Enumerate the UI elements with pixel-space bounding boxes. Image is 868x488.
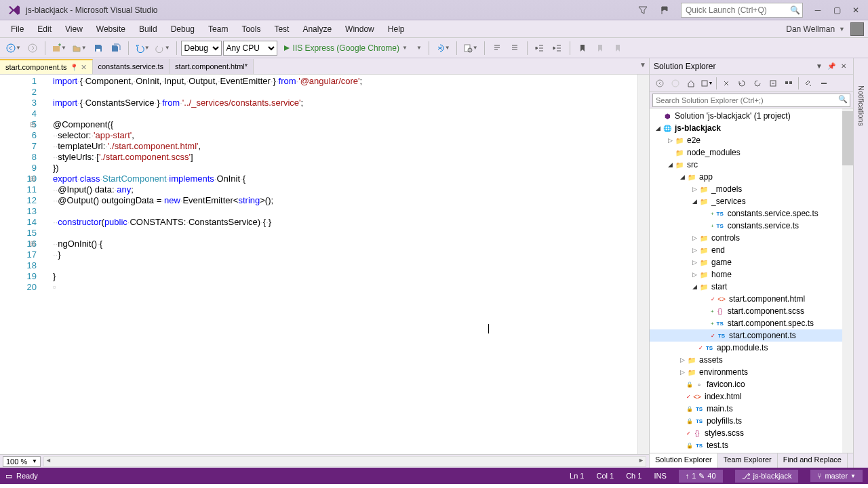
tree-item[interactable]: ✓{}styles.scss [650, 427, 853, 439]
tree-item[interactable]: ▷📁_models [650, 183, 853, 195]
editor-tab[interactable]: start.component.html* [170, 59, 254, 74]
tree-item[interactable]: +TSstart.component.spec.ts [650, 317, 853, 329]
editor-body[interactable]: 12345⊟678910⊟111213141516⊟17181920 impor… [0, 75, 649, 454]
tree-item[interactable]: ◢📁start [650, 281, 853, 293]
redo-button[interactable]: ▼ [153, 40, 172, 56]
close-button[interactable]: ✕ [846, 3, 865, 18]
menu-analyze[interactable]: Analyze [296, 22, 338, 37]
status-source-control[interactable]: ↑1 ✎40 [679, 470, 723, 483]
solution-search-input[interactable] [652, 94, 850, 107]
status-branch[interactable]: ⑂master▼ [810, 470, 863, 482]
menu-tools[interactable]: Tools [235, 22, 267, 37]
menu-test[interactable]: Test [267, 22, 296, 37]
tree-item[interactable]: 🔒▫favicon.ico [650, 378, 853, 390]
status-repo[interactable]: ⎇js-blackjack [735, 470, 799, 483]
menu-website[interactable]: Website [90, 22, 132, 37]
tree-scrollbar[interactable] [842, 108, 853, 453]
uncomment-button[interactable] [507, 40, 523, 56]
tree-item[interactable]: ◢📁_services [650, 195, 853, 207]
menu-file[interactable]: File [4, 22, 31, 37]
tree-item[interactable]: +TSconstants.service.spec.ts [650, 207, 853, 220]
horizontal-scrollbar[interactable] [43, 456, 646, 467]
bookmark-button[interactable] [574, 40, 591, 56]
tree-item[interactable]: 📁node_modules [650, 146, 853, 159]
maximize-button[interactable]: ▢ [827, 3, 846, 18]
solution-tree[interactable]: ⬢Solution 'js-blackjack' (1 project)◢🌐js… [650, 108, 853, 453]
browser-link-button[interactable]: ▼ [433, 40, 452, 56]
nav-forward-button[interactable] [24, 40, 41, 56]
config-select[interactable]: Debug [181, 41, 222, 56]
tree-item[interactable]: ◢📁app [650, 171, 853, 183]
menu-debug[interactable]: Debug [164, 22, 201, 37]
open-file-button[interactable]: ▼ [70, 40, 89, 56]
find-in-files-button[interactable]: ▼ [461, 40, 480, 56]
filter-icon[interactable] [633, 2, 652, 18]
indent-button[interactable] [549, 40, 566, 56]
properties-icon[interactable] [801, 76, 816, 91]
tree-item[interactable]: ▷📁e2e [650, 134, 853, 146]
panel-dropdown-icon[interactable]: ▼ [814, 61, 825, 72]
sync-icon[interactable] [719, 76, 734, 91]
notification-flag-icon[interactable] [655, 2, 674, 18]
panel-close-icon[interactable]: ✕ [838, 61, 849, 72]
forward-icon[interactable] [668, 76, 683, 91]
next-bookmark-button[interactable] [610, 40, 626, 56]
tree-item[interactable]: ✓<>start.component.html [650, 293, 853, 305]
run-target-dropdown[interactable]: ▼ [414, 45, 425, 51]
undo-button[interactable]: ▼ [133, 40, 152, 56]
tree-item[interactable]: +TSconstants.service.ts [650, 220, 853, 232]
panel-tab-team-explorer[interactable]: Team Explorer [718, 453, 778, 468]
new-project-button[interactable]: ▼ [50, 40, 68, 56]
panel-tab-find-and-replace[interactable]: Find and Replace [778, 453, 848, 468]
tree-item[interactable]: +{}start.component.scss [650, 305, 853, 317]
tree-item[interactable]: ✓TSapp.module.ts [650, 342, 853, 354]
platform-select[interactable]: Any CPU [223, 41, 277, 56]
menu-view[interactable]: View [58, 22, 90, 37]
tree-item[interactable]: 🔒TStest.ts [650, 439, 853, 451]
close-tab-icon[interactable]: ✕ [81, 63, 87, 72]
code-editor[interactable]: import·{·Component,·OnInit,·Input,·Outpu… [47, 75, 637, 454]
scope-icon[interactable]: ▼ [699, 76, 714, 91]
prev-bookmark-button[interactable] [592, 40, 608, 56]
vertical-scrollbar[interactable] [637, 75, 649, 454]
tree-item[interactable]: ▷📁environments [650, 366, 853, 378]
pin-icon[interactable]: 📍 [70, 64, 78, 71]
user-name[interactable]: Dan Wellman [786, 24, 837, 34]
run-button[interactable]: IIS Express (Google Chrome) ▼ [279, 43, 412, 54]
editor-tab[interactable]: constants.service.ts [93, 59, 170, 74]
tree-item[interactable]: ▷📁controls [650, 232, 853, 244]
save-button[interactable] [90, 40, 106, 56]
tree-item[interactable]: ▷📁game [650, 256, 853, 268]
user-avatar[interactable] [850, 22, 864, 36]
tree-item[interactable]: ▷📁assets [650, 354, 853, 366]
preview-icon[interactable] [816, 76, 831, 91]
refresh2-icon[interactable] [750, 76, 765, 91]
outdent-button[interactable] [532, 40, 548, 56]
tree-item[interactable]: 🔒TSmain.ts [650, 403, 853, 415]
show-all-icon[interactable] [781, 76, 796, 91]
save-all-button[interactable] [108, 40, 124, 56]
panel-tab-solution-explorer[interactable]: Solution Explorer [650, 453, 718, 468]
home-icon[interactable] [684, 76, 698, 91]
tree-item[interactable]: ✓<>index.html [650, 390, 853, 403]
minimize-button[interactable]: ─ [808, 3, 827, 18]
menu-edit[interactable]: Edit [31, 22, 58, 37]
tree-item[interactable]: 🔒TSpolyfills.ts [650, 415, 853, 427]
notifications-strip[interactable]: Notifications [853, 58, 868, 468]
back-icon[interactable] [652, 76, 667, 91]
panel-pin-icon[interactable]: 📌 [826, 61, 837, 72]
tree-item[interactable]: ✓TSstart.component.ts [650, 329, 853, 342]
tree-item[interactable]: ⬢Solution 'js-blackjack' (1 project) [650, 110, 853, 122]
zoom-select[interactable]: 100 %▼ [3, 456, 41, 467]
editor-tab[interactable]: start.component.ts📍✕ [0, 59, 93, 74]
collapse-icon[interactable] [766, 76, 781, 91]
tree-item[interactable]: ◢📁src [650, 159, 853, 171]
quick-launch[interactable]: 🔍 [681, 3, 803, 18]
menu-window[interactable]: Window [338, 22, 381, 37]
tree-item[interactable]: ◢🌐js-blackjack [650, 122, 853, 134]
tab-overflow-icon[interactable]: ▼ [639, 61, 646, 68]
menu-team[interactable]: Team [201, 22, 235, 37]
refresh-icon[interactable] [734, 76, 749, 91]
comment-button[interactable] [489, 40, 505, 56]
nav-back-button[interactable]: ▼ [4, 40, 23, 56]
